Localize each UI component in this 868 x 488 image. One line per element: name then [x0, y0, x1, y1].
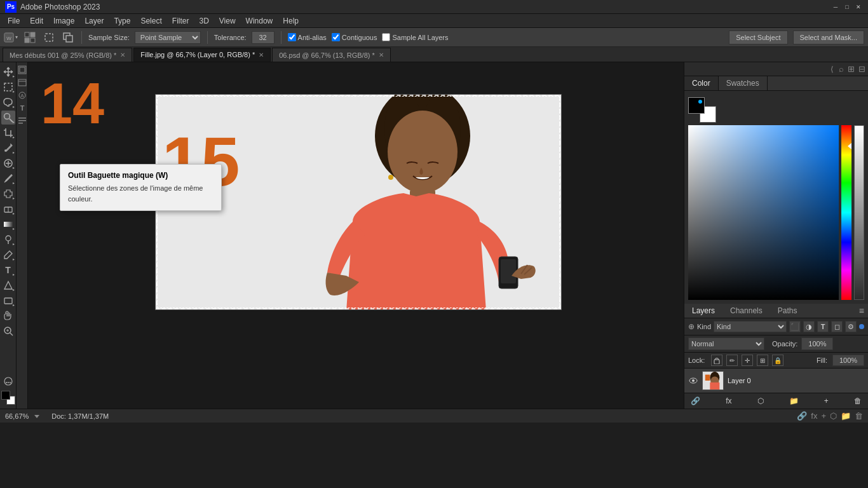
menu-edit[interactable]: Edit — [25, 15, 48, 27]
dodge-tool[interactable]: ▸ — [1, 233, 15, 247]
menu-filter[interactable]: Filter — [167, 15, 194, 27]
layer-item-layer0[interactable]: Layer 0 — [684, 369, 868, 393]
lock-transparent-btn[interactable] — [711, 355, 722, 366]
move-tool[interactable]: ▸ — [1, 65, 15, 79]
tab-mes-debuts[interactable]: Mes débuts 001 @ 25% (RGB/8) * ✕ — [3, 48, 132, 62]
opacity-strip[interactable] — [854, 125, 864, 300]
magic-wand-tool[interactable]: ▸ — [1, 111, 15, 125]
layer-comps-icon[interactable] — [17, 65, 27, 75]
link-layers-btn[interactable]: 🔗 — [688, 395, 703, 407]
link-layers-status-icon[interactable]: 🔗 — [797, 411, 807, 421]
color-gradient-picker[interactable] — [688, 125, 864, 300]
contiguous-checkbox-label[interactable]: Contiguous — [332, 33, 377, 41]
maximize-button[interactable]: □ — [843, 3, 851, 11]
lock-all-btn[interactable]: 🔒 — [772, 355, 783, 366]
menu-file[interactable]: File — [3, 15, 25, 27]
filter-adjustment-btn[interactable]: ◑ — [803, 321, 815, 332]
filter-kind-dropdown[interactable]: Kind — [714, 321, 787, 332]
tab-06psd[interactable]: 06.psd @ 66,7% (13, RGB/8) * ✕ — [272, 48, 391, 62]
window-controls[interactable]: ─ □ ✕ — [831, 3, 863, 11]
pen-tool[interactable]: ▸ — [1, 248, 15, 262]
tab-color[interactable]: Color — [684, 76, 719, 90]
tab-swatches[interactable]: Swatches — [719, 76, 768, 90]
spot-heal-tool[interactable]: ▸ — [1, 156, 15, 170]
menu-select[interactable]: Select — [135, 15, 166, 27]
eyedropper-tool[interactable]: ▸ — [1, 141, 15, 155]
create-layer-btn[interactable]: + — [822, 395, 831, 407]
menu-layer[interactable]: Layer — [79, 15, 109, 27]
hand-tool[interactable] — [1, 309, 15, 323]
type-tool[interactable]: T ▸ — [1, 263, 15, 277]
paragraph-icon[interactable] — [17, 116, 27, 126]
menu-3d[interactable]: 3D — [194, 15, 214, 27]
type-panel-icon[interactable]: T — [17, 103, 27, 113]
lasso-tool[interactable]: ▸ — [1, 95, 15, 109]
select-subject-button[interactable]: Select Subject — [729, 30, 787, 44]
trash-status-icon[interactable]: 🗑 — [855, 411, 863, 421]
tab-paths[interactable]: Paths — [770, 304, 805, 318]
opacity-input[interactable] — [801, 337, 833, 350]
fill-input[interactable] — [832, 355, 864, 366]
delete-layer-btn[interactable]: 🗑 — [851, 395, 864, 407]
search-icon[interactable]: ⌕ — [839, 64, 844, 74]
foreground-color-swatch[interactable] — [688, 97, 705, 114]
full-screen-icon[interactable]: ⊟ — [858, 64, 865, 74]
anti-alias-checkbox-label[interactable]: Anti-alias — [288, 33, 327, 41]
tab-fille[interactable]: Fille.jpg @ 66,7% (Layer 0, RGB/8) * ✕ — [133, 48, 271, 62]
panel-options-icon[interactable]: ⊞ — [848, 64, 855, 74]
add-mask-btn[interactable]: ⬡ — [755, 395, 766, 407]
foreground-background-colors[interactable] — [1, 391, 15, 405]
zoom-tool[interactable] — [1, 324, 15, 338]
close-button[interactable]: ✕ — [854, 3, 863, 11]
lock-position-btn[interactable]: ✛ — [742, 355, 753, 366]
tab-channels[interactable]: Channels — [722, 304, 770, 318]
add-style-btn[interactable]: fx — [723, 395, 734, 407]
color-saturation-brightness[interactable] — [688, 125, 839, 300]
path-selection-tool[interactable]: ▸ — [1, 278, 15, 292]
select-and-mask-button[interactable]: Select and Mask... — [793, 30, 865, 44]
adjustment-icon[interactable]: A — [17, 90, 27, 100]
gradient-tool[interactable]: ▸ — [1, 217, 15, 231]
menu-help[interactable]: Help — [278, 15, 304, 27]
anti-alias-checkbox[interactable] — [288, 33, 296, 41]
eraser-tool[interactable]: ▸ — [1, 202, 15, 216]
menu-view[interactable]: View — [214, 15, 241, 27]
mask-status-icon[interactable]: ⬡ — [830, 411, 837, 421]
fx-status-icon[interactable]: fx — [811, 411, 817, 421]
filter-pixel-btn[interactable]: ⬛ — [789, 321, 801, 332]
fg-bg-color-squares[interactable] — [688, 97, 716, 123]
minimize-button[interactable]: ─ — [831, 3, 840, 11]
tab-layers[interactable]: Layers — [684, 304, 722, 318]
foreground-color[interactable] — [1, 391, 10, 400]
menu-image[interactable]: Image — [48, 15, 79, 27]
create-group-btn[interactable]: 📁 — [787, 395, 801, 407]
filter-smart-btn[interactable]: ⚙ — [845, 321, 857, 332]
close-tab-06psd[interactable]: ✕ — [379, 51, 384, 58]
rectangular-marquee-tool[interactable]: ▸ — [1, 80, 15, 94]
blend-mode-dropdown[interactable]: Normal Multiply Screen — [688, 337, 764, 350]
close-tab-fille[interactable]: ✕ — [259, 51, 264, 58]
new-layer-status-icon[interactable]: + — [821, 411, 826, 421]
tool-preset-picker[interactable]: W ▾ — [4, 30, 18, 44]
extra-tool-1[interactable]: ••• — [1, 374, 15, 388]
library-icon[interactable] — [17, 78, 27, 88]
tolerance-input[interactable]: 32 — [252, 31, 275, 44]
shape-tool[interactable]: ▸ — [1, 294, 15, 308]
menu-type[interactable]: Type — [109, 15, 135, 27]
crop-tool[interactable]: ▸ — [1, 126, 15, 140]
clone-stamp-tool[interactable]: ▸ — [1, 187, 15, 201]
filter-type-btn[interactable]: T — [817, 321, 829, 332]
sample-all-layers-checkbox-label[interactable]: Sample All Layers — [382, 33, 448, 41]
panel-expand-icon[interactable]: ⟨ — [831, 65, 834, 74]
sample-size-dropdown[interactable]: Point Sample 3 by 3 Average 5 by 5 Avera… — [135, 31, 201, 44]
brush-tool[interactable]: ▸ — [1, 172, 15, 186]
menu-window[interactable]: Window — [241, 15, 278, 27]
sample-all-layers-checkbox[interactable] — [382, 33, 390, 41]
lock-image-btn[interactable]: ✏ — [726, 355, 738, 366]
layers-panel-menu[interactable]: ≡ — [855, 304, 868, 317]
filter-shape-btn[interactable]: ◻ — [831, 321, 843, 332]
close-tab-mes-debuts[interactable]: ✕ — [120, 51, 125, 58]
lock-artboard-btn[interactable]: ⊞ — [757, 355, 768, 366]
folder-status-icon[interactable]: 📁 — [841, 411, 851, 421]
contiguous-checkbox[interactable] — [332, 33, 340, 41]
